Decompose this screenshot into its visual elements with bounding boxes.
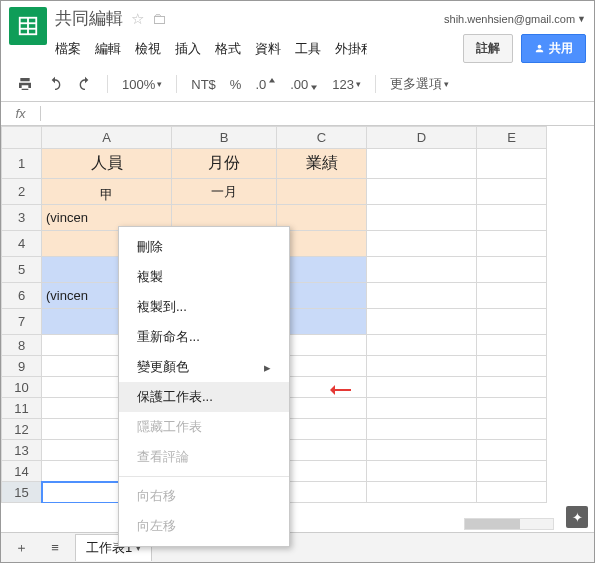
- cell[interactable]: [367, 231, 477, 257]
- menu-edit[interactable]: 編輯: [95, 40, 121, 58]
- menu-tools[interactable]: 工具: [295, 40, 321, 58]
- sheets-logo[interactable]: [9, 7, 47, 45]
- cell[interactable]: [277, 283, 367, 309]
- star-icon[interactable]: ☆: [131, 10, 144, 28]
- cell[interactable]: 業績: [277, 149, 367, 179]
- cell[interactable]: [277, 205, 367, 231]
- add-sheet-button[interactable]: ＋: [7, 536, 35, 560]
- more-options[interactable]: 更多選項 ▾: [386, 73, 453, 95]
- row-header[interactable]: 2: [2, 179, 42, 205]
- menu-data[interactable]: 資料: [255, 40, 281, 58]
- decimal-decrease[interactable]: .0: [251, 75, 280, 94]
- row-header[interactable]: 14: [2, 461, 42, 482]
- row-header[interactable]: 12: [2, 419, 42, 440]
- col-header-b[interactable]: B: [172, 127, 277, 149]
- explore-button[interactable]: ✦: [566, 506, 588, 528]
- row-header[interactable]: 4: [2, 231, 42, 257]
- cell[interactable]: [277, 335, 367, 356]
- cell[interactable]: [477, 377, 547, 398]
- zoom-select[interactable]: 100% ▾: [118, 75, 166, 94]
- row-header[interactable]: 10: [2, 377, 42, 398]
- number-format[interactable]: 123▾: [328, 75, 365, 94]
- cell[interactable]: [477, 309, 547, 335]
- cell[interactable]: [477, 356, 547, 377]
- row-header[interactable]: 5: [2, 257, 42, 283]
- col-header-e[interactable]: E: [477, 127, 547, 149]
- horizontal-scrollbar[interactable]: [464, 518, 554, 530]
- ctx-change-color[interactable]: 變更顏色▸: [119, 352, 289, 382]
- row-header[interactable]: 1: [2, 149, 42, 179]
- cell[interactable]: 月份: [172, 149, 277, 179]
- row-header[interactable]: 9: [2, 356, 42, 377]
- cell[interactable]: [277, 309, 367, 335]
- cell[interactable]: [477, 482, 547, 503]
- cell[interactable]: [367, 149, 477, 179]
- cell[interactable]: [277, 257, 367, 283]
- cell[interactable]: [367, 356, 477, 377]
- cell[interactable]: [367, 335, 477, 356]
- ctx-rename[interactable]: 重新命名...: [119, 322, 289, 352]
- cell[interactable]: [367, 461, 477, 482]
- cell[interactable]: [367, 377, 477, 398]
- cell[interactable]: [367, 398, 477, 419]
- decimal-increase[interactable]: .00: [286, 75, 322, 94]
- cell[interactable]: [367, 283, 477, 309]
- cell[interactable]: [277, 398, 367, 419]
- share-button[interactable]: 共用: [521, 34, 586, 63]
- cell[interactable]: [477, 179, 547, 205]
- cell[interactable]: 甲: [42, 179, 172, 205]
- ctx-copy-to[interactable]: 複製到...: [119, 292, 289, 322]
- cell[interactable]: [277, 179, 367, 205]
- undo-icon[interactable]: [43, 74, 67, 94]
- cell[interactable]: [477, 205, 547, 231]
- cell[interactable]: [277, 419, 367, 440]
- cell[interactable]: [277, 482, 367, 503]
- percent-format[interactable]: %: [226, 75, 246, 94]
- cell[interactable]: [477, 231, 547, 257]
- col-header-c[interactable]: C: [277, 127, 367, 149]
- spreadsheet-grid[interactable]: A B C D E 1人員月份業績 2甲一月 3(vincen 4 5 6(vi…: [1, 126, 594, 503]
- comments-button[interactable]: 註解: [463, 34, 513, 63]
- menu-view[interactable]: 檢視: [135, 40, 161, 58]
- ctx-delete[interactable]: 刪除: [119, 232, 289, 262]
- redo-icon[interactable]: [73, 74, 97, 94]
- cell[interactable]: [367, 419, 477, 440]
- menu-format[interactable]: 格式: [215, 40, 241, 58]
- cell[interactable]: [477, 257, 547, 283]
- cell[interactable]: [277, 356, 367, 377]
- menu-addons[interactable]: 外掛程式: [335, 40, 367, 58]
- col-header-a[interactable]: A: [42, 127, 172, 149]
- ctx-copy[interactable]: 複製: [119, 262, 289, 292]
- menu-file[interactable]: 檔案: [55, 40, 81, 58]
- folder-icon[interactable]: 🗀: [152, 10, 167, 27]
- cell[interactable]: [477, 149, 547, 179]
- document-title[interactable]: 共同編輯: [55, 7, 123, 30]
- cell[interactable]: [367, 257, 477, 283]
- cell[interactable]: 人員: [42, 149, 172, 179]
- col-header-d[interactable]: D: [367, 127, 477, 149]
- row-header[interactable]: 8: [2, 335, 42, 356]
- cell[interactable]: [477, 398, 547, 419]
- cell[interactable]: [367, 205, 477, 231]
- print-icon[interactable]: [13, 74, 37, 94]
- cell[interactable]: [277, 461, 367, 482]
- account-label[interactable]: shih.wenhsien@gmail.com ▼: [444, 13, 586, 25]
- cell[interactable]: [477, 461, 547, 482]
- cell[interactable]: [367, 309, 477, 335]
- row-header[interactable]: 6: [2, 283, 42, 309]
- cell[interactable]: [477, 283, 547, 309]
- row-header[interactable]: 13: [2, 440, 42, 461]
- ctx-protect-sheet[interactable]: 保護工作表...: [119, 382, 289, 412]
- all-sheets-button[interactable]: ≡: [41, 536, 69, 560]
- row-header[interactable]: 15: [2, 482, 42, 503]
- cell[interactable]: [367, 179, 477, 205]
- menu-insert[interactable]: 插入: [175, 40, 201, 58]
- cell[interactable]: [277, 231, 367, 257]
- row-header[interactable]: 3: [2, 205, 42, 231]
- row-header[interactable]: 11: [2, 398, 42, 419]
- cell[interactable]: [277, 377, 367, 398]
- cell[interactable]: [477, 335, 547, 356]
- cell[interactable]: 一月: [172, 179, 277, 205]
- select-all-cell[interactable]: [2, 127, 42, 149]
- currency-format[interactable]: NT$: [187, 75, 220, 94]
